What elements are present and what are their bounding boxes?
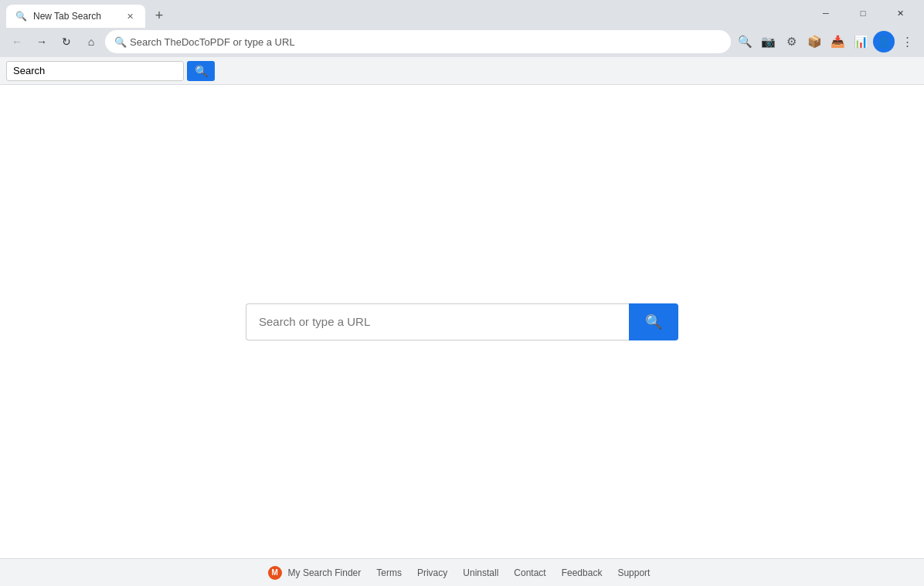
ext-search-button[interactable]: 🔍 [187,61,215,81]
center-search-input[interactable] [246,303,629,340]
footer-link-terms[interactable]: Terms [370,567,408,578]
address-bar-wrapper: 🔍 [105,30,731,53]
close-button[interactable]: ✕ [882,0,918,26]
ext-search-icon: 🔍 [195,65,208,77]
tab-favicon: 🔍 [15,11,27,22]
home-button[interactable]: ⌂ [80,31,102,53]
forward-button[interactable]: → [31,31,53,53]
address-bar-row: ← → ↻ ⌂ 🔍 🔍 📷 ⚙ 📦 📥 📊 👤 ⋮ [0,26,924,57]
tab-title: New Tab Search [33,11,117,22]
extension-toolbar: 🔍 [0,57,924,85]
new-tab-button[interactable]: + [148,5,170,26]
extension2-icon[interactable]: 📥 [827,31,848,53]
center-search-icon: 🔍 [645,313,662,330]
main-content: 🔍 [0,85,924,558]
center-search-wrapper: 🔍 [246,303,678,340]
footer: M My Search Finder Terms Privacy Uninsta… [0,558,924,586]
extension1-icon[interactable]: 📦 [803,31,825,53]
screenshot-icon[interactable]: 📷 [757,31,779,53]
address-input[interactable] [105,30,731,53]
menu-icon[interactable]: ⋮ [896,31,918,53]
reload-button[interactable]: ↻ [56,31,77,53]
window-controls: ─ □ ✕ [808,0,918,26]
footer-link-feedback[interactable]: Feedback [555,567,609,578]
footer-link-privacy[interactable]: Privacy [411,567,454,578]
maximize-button[interactable]: □ [845,0,881,26]
browser-tab[interactable]: 🔍 New Tab Search ✕ [6,5,145,28]
footer-link-support[interactable]: Support [611,567,656,578]
back-button[interactable]: ← [6,31,28,53]
browser-toolbar-icons: 🔍 📷 ⚙ 📦 📥 📊 👤 ⋮ [734,31,918,53]
zoom-icon[interactable]: 🔍 [734,31,756,53]
center-search-button[interactable]: 🔍 [629,303,678,340]
ext-search-input[interactable] [6,61,184,81]
footer-brand: My Search Finder [288,567,362,578]
tab-close-button[interactable]: ✕ [124,10,136,22]
footer-link-contact[interactable]: Contact [508,567,552,578]
extension3-icon[interactable]: 📊 [850,31,871,53]
footer-link-uninstall[interactable]: Uninstall [457,567,504,578]
settings-icon[interactable]: ⚙ [780,31,802,53]
profile-icon[interactable]: 👤 [873,31,895,53]
minimize-button[interactable]: ─ [808,0,844,26]
footer-logo: M [268,566,282,580]
